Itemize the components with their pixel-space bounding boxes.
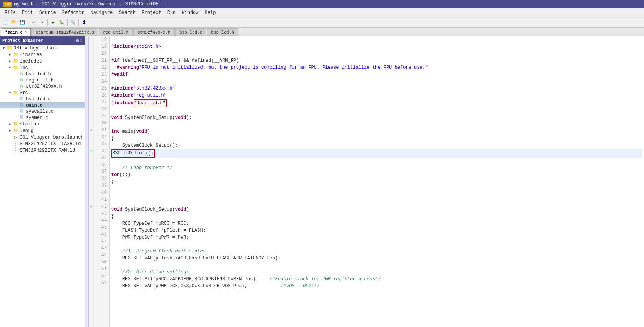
line-num-34: 34 [96, 147, 107, 154]
menu-item-source[interactable]: Source [36, 9, 59, 16]
tree-arrow-Startup[interactable]: ▶ [8, 122, 12, 126]
code-line-34[interactable]: BSP_LCD_Init(); [111, 149, 642, 158]
tree-item-inc[interactable]: ▼📁Inc [0, 64, 85, 71]
tree-item-stm32f429zitx-flash-ld[interactable]: ⋮STM32F429ZITX_FLASH.ld [0, 141, 85, 147]
code-line-29[interactable]: void SystemClock_Setup(void); [111, 114, 642, 121]
tree-arrow-Includes[interactable]: ▶ [8, 59, 12, 63]
line-num-51: 51 [96, 266, 107, 273]
tree-item-bsp-lcd-h[interactable]: hbsp_lcd.h [0, 71, 85, 77]
code-line-28[interactable] [111, 107, 642, 114]
menu-item-navigate[interactable]: Navigate [87, 9, 116, 16]
code-line-48[interactable]: //1. Program flash wait states [111, 248, 642, 255]
tree-item-stm32f429zitx-ram-ld[interactable]: ⋮STM32F429ZITX_RAM.ld [0, 147, 85, 154]
tree-arrow-Inc[interactable]: ▼ [8, 66, 12, 70]
code-line-35[interactable] [111, 158, 642, 164]
code-line-26[interactable]: #include "reg_util.h" [111, 92, 642, 99]
gutter-function-marker: ◈ [89, 127, 94, 134]
code-line-45[interactable]: FLASH_TypeDef *pFlash = FLASH; [111, 227, 642, 234]
menu-item-window[interactable]: Window [179, 9, 201, 16]
code-line-47[interactable] [111, 241, 642, 248]
menu-item-refactor[interactable]: Refactor [59, 9, 88, 16]
tree-item-sysmem-c[interactable]: ©sysmem.c [0, 115, 85, 121]
menu-item-edit[interactable]: Edit [19, 9, 36, 16]
tab-stm32f429xx-h[interactable]: stm32f429xx.h [133, 28, 175, 36]
code-line-21[interactable]: #if !defined(__SOFT_FP__) && defined(__A… [111, 57, 642, 64]
code-line-38[interactable]: } [111, 178, 642, 185]
code-line-53[interactable]: REG_SET_VAL(pPWR->CR,0x3,0x3,PWR_CR_VOS_… [111, 283, 642, 290]
toolbar-undo[interactable]: ↩ [30, 19, 37, 26]
tree-label-STM32F429ZITX_FLASH.ld: STM32F429ZITX_FLASH.ld [20, 141, 81, 147]
code-line-46[interactable]: PWR_TypeDef *pPWR = PWR; [111, 234, 642, 241]
code-line-42[interactable]: void SystemClock_Setup(void) [111, 206, 642, 213]
code-line-22[interactable]: #warning "FPU is not initialized, but th… [111, 64, 642, 71]
code-line-31[interactable]: int main(void) [111, 128, 642, 135]
menu-item-help[interactable]: Help [202, 9, 219, 16]
toolbar-help[interactable]: i [80, 19, 88, 26]
toolbar-build[interactable]: ▶ [49, 19, 57, 26]
line-num-26: 26 [96, 92, 107, 99]
code-line-33[interactable]: SystemClock_Setup(); [111, 142, 642, 149]
line-num-18: 18 [96, 36, 107, 43]
sidebar-close-icon[interactable]: ✕ [80, 38, 82, 43]
line-num-42: 42 [96, 203, 107, 210]
tree-arrow-Debug[interactable]: ▶ [8, 129, 12, 133]
toolbar-debug[interactable]: 🐛 [58, 19, 66, 26]
tab-startup-stm32f429zitx-s[interactable]: startup_stm32f429zitx.s [31, 28, 98, 36]
code-line-23[interactable]: #endif [111, 71, 642, 78]
tree-arrow-Src[interactable]: ▼ [8, 91, 12, 95]
toolbar-open[interactable]: 📂 [10, 19, 18, 26]
toolbar-save[interactable]: 💾 [19, 19, 26, 26]
tree-item-001-vibgyor-bars[interactable]: ▼📁001_Vibgyor_bars [0, 45, 85, 51]
tree-item-main-c[interactable]: ©main.c [0, 102, 85, 108]
menu-item-file[interactable]: File [2, 9, 19, 16]
menu-item-search[interactable]: Search [116, 9, 139, 16]
tab-bsp-lcd-c[interactable]: bsp_lcd.c [175, 28, 206, 36]
code-line-39[interactable] [111, 185, 642, 192]
tree-arrow-001_Vibgyor_bars[interactable]: ▼ [2, 46, 6, 50]
code-line-24[interactable] [111, 78, 642, 85]
code-line-18[interactable] [111, 36, 642, 43]
tree-arrow-Binaries[interactable]: ▶ [8, 53, 12, 57]
gutter-empty-25 [89, 85, 94, 92]
tree-item-debug[interactable]: ▶📁Debug [0, 127, 85, 134]
tab-bsp-lcd-h[interactable]: bsp_lcd.h [207, 28, 238, 36]
menu-item-project[interactable]: Project [139, 9, 164, 16]
tree-item-binaries[interactable]: ▶📁Binaries [0, 51, 85, 58]
toolbar-new[interactable]: 📄 [2, 19, 9, 26]
tree-item-syscalls-c[interactable]: ©syscalls.c [0, 108, 85, 115]
tab-reg-util-h[interactable]: reg_util.h [99, 28, 133, 36]
code-line-20[interactable] [111, 50, 642, 57]
gutter-empty-24 [89, 78, 94, 85]
tree-item-bsp-lcd-c[interactable]: ©bsp_lcd.c [0, 96, 85, 102]
code-line-25[interactable]: #include "stm32f429xx.h" [111, 85, 642, 92]
sidebar-collapse-icon[interactable]: ⊟ [76, 38, 79, 43]
code-line-30[interactable] [111, 121, 642, 128]
gutter-markers: ◈⇒◈ [89, 36, 94, 327]
tree-item-stm32f429xx-h[interactable]: hstm32f429xx.h [0, 83, 85, 90]
code-line-52[interactable]: REG_SET_BIT(pRCC->APB1ENR,RCC_APB1ENR_PW… [111, 276, 642, 283]
code-line-40[interactable] [111, 192, 642, 199]
code-line-44[interactable]: RCC_TypeDef *pRCC = RCC; [111, 220, 642, 227]
tab-close-icon[interactable]: × [24, 30, 27, 34]
tree-item-startup[interactable]: ▶📁Startup [0, 121, 85, 127]
toolbar-redo[interactable]: ↪ [38, 19, 46, 26]
code-line-51[interactable]: //2. Over drive settings [111, 269, 642, 276]
code-line-27[interactable]: #include "bsp_lcd.h" [111, 99, 642, 107]
menu-item-run[interactable]: Run [164, 9, 179, 16]
tree-item-src[interactable]: ▼📁Src [0, 90, 85, 96]
code-line-43[interactable]: { [111, 213, 642, 220]
code-line-36[interactable]: /* Loop forever */ [111, 164, 642, 171]
code-line-19[interactable]: #include <stdint.h> [111, 43, 642, 50]
tree-item-001-vibgyor-bars-launch[interactable]: ▷001_Vibgyor_bars.launch [0, 134, 85, 141]
tree-item-includes[interactable]: ▶📁Includes [0, 58, 85, 64]
code-line-37[interactable]: for(;;); [111, 171, 642, 178]
toolbar-search[interactable]: 🔍 [69, 19, 77, 26]
code-line-49[interactable]: REG_SET_VAL(pFlash->ACR,0x5U,0xFU,FLASH_… [111, 255, 642, 262]
tab--main-c[interactable]: *main.c × [1, 28, 31, 36]
gutter-empty-26 [89, 92, 94, 99]
code-line-50[interactable] [111, 262, 642, 269]
code-line-41[interactable] [111, 199, 642, 206]
tree-item-reg-util-h[interactable]: hreg_util.h [0, 77, 85, 83]
code-line-32[interactable]: { [111, 135, 642, 142]
code-editor[interactable]: #include <stdint.h>#if !defined(__SOFT_F… [110, 36, 644, 327]
